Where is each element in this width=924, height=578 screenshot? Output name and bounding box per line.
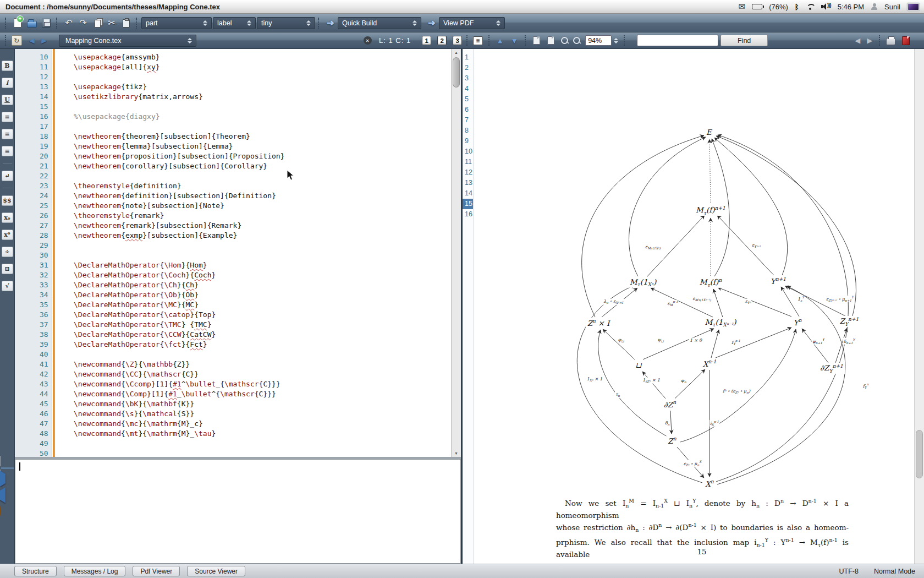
undo-button[interactable]: ↶ <box>62 16 76 30</box>
code-line[interactable]: 30 <box>15 250 451 260</box>
new-document-button[interactable] <box>10 16 25 30</box>
wifi-icon[interactable] <box>806 4 815 10</box>
zoom-in-button[interactable] <box>559 35 571 47</box>
scrollbar-thumb[interactable] <box>453 57 460 88</box>
pdf-page-item[interactable]: 8 <box>463 126 473 136</box>
code-line[interactable]: 34\DeclareMathOperator{\Ob}{Ob} <box>15 290 451 300</box>
structure-level-select[interactable]: part <box>141 17 212 29</box>
code-line[interactable]: 50 <box>15 449 451 457</box>
next-page-button[interactable]: ▼ <box>508 35 520 47</box>
cut-button[interactable]: ✂ <box>105 16 119 30</box>
italic-button[interactable]: i <box>2 78 13 88</box>
paste-button[interactable] <box>119 16 133 30</box>
tab-source-viewer[interactable]: Source Viewer <box>187 566 245 576</box>
user-icon[interactable] <box>871 3 878 10</box>
code-line[interactable]: 39\DeclareMathOperator{\fct}{Fct} <box>15 340 451 350</box>
run-quick-build-button[interactable]: ➔ <box>323 16 338 30</box>
toolbar-handle[interactable] <box>318 18 321 29</box>
history-back-button[interactable]: ◀ <box>851 35 864 47</box>
align-right-button[interactable]: ≡ <box>2 146 13 156</box>
scrollbar-thumb[interactable] <box>916 430 923 478</box>
pdf-page-item[interactable]: 4 <box>463 84 473 94</box>
code-line[interactable]: 16%\usepackage{diagxy} <box>15 112 451 122</box>
close-document-button[interactable]: ✕ <box>361 35 373 47</box>
display-icon[interactable] <box>907 3 920 11</box>
code-line[interactable]: 11\usepackage[all]{xy} <box>15 62 451 72</box>
pdf-page-item[interactable]: 7 <box>463 115 473 126</box>
pdf-page-item[interactable]: 15 <box>463 199 473 209</box>
code-line[interactable]: 17 <box>15 122 451 132</box>
pdf-page-item[interactable]: 13 <box>463 178 473 188</box>
scroll-down-icon[interactable]: ▼ <box>452 451 461 455</box>
code-line[interactable]: 37\DeclareMathOperator{\TMC} {TMC} <box>15 320 451 330</box>
pdf-page-item[interactable]: 5 <box>463 94 473 105</box>
scroll-up-icon[interactable]: ▲ <box>452 51 461 54</box>
code-line[interactable]: 25\newtheorem{note}[subsection]{Note} <box>15 201 451 211</box>
pdf-page-item[interactable]: 2 <box>463 63 473 73</box>
align-left-button[interactable]: ≡ <box>2 112 13 122</box>
newline-button[interactable]: ↵ <box>2 171 13 181</box>
code-line[interactable]: 31\DeclareMathOperator{\Hom}{Hom} <box>15 260 451 270</box>
editor-scrollbar[interactable]: ▲ ▼ <box>451 49 461 457</box>
find-button[interactable]: Find <box>721 35 768 46</box>
next-document-button[interactable]: ▶ <box>38 35 50 47</box>
pdf-page-item[interactable]: 12 <box>463 167 473 178</box>
print-button[interactable] <box>884 35 897 47</box>
view-mode-3-button[interactable]: 3 <box>453 36 462 45</box>
code-line[interactable]: 23\theoremstyle{definition} <box>15 181 451 191</box>
tab-pdf-viewer[interactable]: Pdf Viewer <box>133 566 180 576</box>
fit-width-button[interactable] <box>530 35 542 47</box>
code-line[interactable]: 12 <box>15 72 451 82</box>
code-line[interactable]: 41\newcommand{\Z}{\mathbb{Z}} <box>15 359 451 369</box>
run-process-button[interactable] <box>0 474 15 484</box>
code-line[interactable]: 29 <box>15 241 451 250</box>
fraction-button[interactable]: ⊟ <box>2 264 13 274</box>
volume-icon[interactable]: ))) <box>821 3 831 10</box>
code-line[interactable]: 21\newtheorem{corollary}[subsection]{Cor… <box>15 161 451 171</box>
pdf-page-item[interactable]: 16 <box>463 209 473 220</box>
code-line[interactable]: 45\newcommand{\bK}{\mathbf{K}} <box>15 399 451 409</box>
toolbar-handle[interactable] <box>56 18 59 29</box>
toolbar-handle[interactable] <box>5 35 8 46</box>
code-line[interactable]: 27\newtheorem{remark}[subsection]{Remark… <box>15 221 451 231</box>
divide-button[interactable]: ÷ <box>2 247 13 257</box>
code-line[interactable]: 46\newcommand{\s}{\mathcal{S}} <box>15 409 451 419</box>
fontsize-select[interactable]: tiny <box>257 17 315 29</box>
align-center-button[interactable]: ≡ <box>2 129 13 139</box>
pdf-page-item[interactable]: 3 <box>463 73 473 84</box>
code-line[interactable]: 36\DeclareMathOperator{\catop}{Top} <box>15 310 451 320</box>
toolbar-handle[interactable] <box>136 18 139 29</box>
pdf-scrollbar[interactable] <box>914 49 924 564</box>
quick-build-select[interactable]: Quick Build <box>338 17 421 29</box>
tab-structure[interactable]: Structure <box>14 566 57 576</box>
code-line[interactable]: 14\usetikzlibrary{matrix,arrows} <box>15 92 451 102</box>
reload-button[interactable]: ↻ <box>10 35 23 47</box>
clock[interactable]: 5:46 PM <box>838 3 864 11</box>
stop-process-button[interactable] <box>0 506 15 516</box>
history-forward-button[interactable]: ▶ <box>864 35 876 47</box>
code-line[interactable]: 32\DeclareMathOperator{\Coch}{Coch} <box>15 270 451 280</box>
redo-button[interactable]: ↷ <box>76 16 90 30</box>
pdf-page-item[interactable]: 6 <box>463 105 473 115</box>
code-line[interactable]: 40 <box>15 350 451 359</box>
code-line[interactable]: 24\newtheorem{definition}[subsection]{De… <box>15 191 451 201</box>
view-mode-2-button[interactable]: 2 <box>437 36 447 45</box>
zoom-level-input[interactable]: 94% <box>585 35 612 46</box>
code-line[interactable]: 22 <box>15 171 451 181</box>
display-math-button[interactable]: $$ <box>2 195 13 206</box>
code-line[interactable]: 20\newtheorem{proposition}[subsection]{P… <box>15 151 451 161</box>
code-line[interactable]: 47\newcommand{\mc}{\mathrm{M}_c} <box>15 419 451 429</box>
toolbar-handle[interactable] <box>525 35 527 46</box>
user-name[interactable]: Sunil <box>884 3 900 11</box>
bold-button[interactable]: B <box>2 61 13 71</box>
code-line[interactable]: 13\usepackage{tikz} <box>15 82 451 92</box>
pdf-page[interactable]: EMτ(f)n+1Mτ(1Xⁿ)Mτ(f)nYn+1Zn × IMτ(1Xⁿ⁻¹… <box>474 49 914 564</box>
console-output[interactable] <box>15 459 461 564</box>
bluetooth-icon[interactable]: ᛒ <box>795 3 799 11</box>
find-input[interactable] <box>637 35 718 46</box>
pdf-page-item[interactable]: 1 <box>463 52 473 63</box>
copy-button[interactable] <box>90 16 105 30</box>
view-mode-1-button[interactable]: 1 <box>422 36 431 45</box>
zoom-out-button[interactable] <box>571 35 583 47</box>
code-line[interactable]: 18\newtheorem{theorem}[subsection]{Theor… <box>15 132 451 141</box>
